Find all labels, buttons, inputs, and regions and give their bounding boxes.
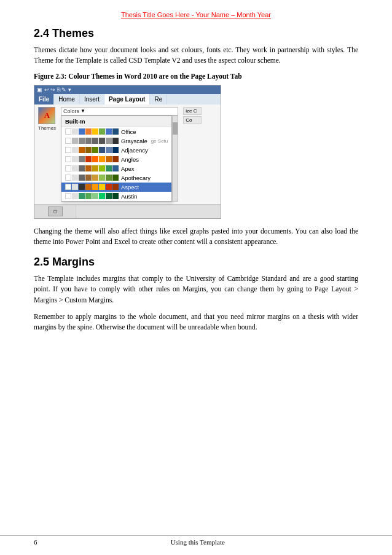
page-footer: 6 Using this Template: [0, 535, 392, 546]
swatch: [72, 138, 78, 144]
swatch: [112, 128, 119, 135]
theme-name: Austin: [121, 193, 137, 200]
swatch: [85, 184, 92, 190]
section-24-para1: Themes dictate how your document looks a…: [34, 45, 358, 66]
colors-dropdown: Built-In: [61, 116, 172, 202]
grayscale-swatches: [65, 138, 119, 144]
theme-name: Apex: [121, 165, 135, 172]
themes-panel: A Themes: [38, 107, 56, 131]
swatch: [112, 138, 119, 144]
ribbon-content: A Themes Colors ▼ Built-In: [34, 104, 221, 205]
swatch: [85, 193, 92, 199]
swatch: [79, 184, 85, 190]
themes-icon: A: [38, 107, 55, 124]
themes-icon-letter: A: [44, 111, 50, 120]
swatch: [112, 147, 119, 153]
size-btn[interactable]: ize C: [183, 107, 202, 115]
footer-center-text: Using this Template: [37, 538, 359, 546]
section-25-para2: Remember to apply margins to the whole d…: [34, 312, 358, 333]
swatch: [106, 128, 112, 135]
swatch: [72, 175, 78, 181]
swatch: [72, 193, 78, 199]
aspect-swatches: [65, 184, 119, 190]
word-title-text: ▣ ↩ ↪ ⎘ ✎ ▾: [37, 87, 71, 93]
swatch: [112, 175, 119, 181]
themes-label: Themes: [38, 125, 56, 131]
tab-page-layout[interactable]: Page Layout: [104, 94, 150, 104]
theme-office[interactable]: Office: [61, 127, 171, 136]
swatch: [112, 156, 119, 162]
swatch: [99, 184, 105, 190]
swatch: [99, 128, 105, 135]
figure-word-ui: ▣ ↩ ↪ ⎘ ✎ ▾ File Home Insert Page Layout…: [34, 85, 358, 219]
theme-angles[interactable]: Angles: [61, 155, 171, 164]
swatch: [65, 138, 71, 144]
ribbon-tabs-bar: File Home Insert Page Layout Re: [34, 94, 221, 104]
theme-aspect[interactable]: Aspect: [61, 183, 171, 192]
section-24-heading: 2.4 Themes: [34, 27, 358, 40]
swatch: [65, 175, 71, 181]
angles-swatches: [65, 156, 119, 162]
swatch: [106, 156, 112, 162]
colors-button[interactable]: Colors ▼: [61, 107, 178, 116]
header-title-text: Thesis Title Goes Here - Your Name – Mon…: [121, 11, 271, 18]
theme-name: Office: [121, 128, 136, 135]
swatch: [92, 147, 98, 153]
side-panel: ◻: [34, 205, 76, 218]
swatch: [112, 165, 119, 171]
swatch: [72, 147, 78, 153]
word-mockup: ▣ ↩ ↪ ⎘ ✎ ▾ File Home Insert Page Layout…: [34, 85, 221, 219]
ruler-area: [76, 205, 221, 218]
theme-name: Apothecary: [121, 175, 151, 181]
tab-re[interactable]: Re: [150, 94, 167, 104]
swatch: [106, 147, 112, 153]
swatch: [85, 128, 92, 135]
side-btn[interactable]: ◻: [48, 207, 63, 216]
swatch: [85, 175, 92, 181]
header-title: Thesis Title Goes Here - Your Name – Mon…: [34, 11, 358, 18]
swatch: [92, 156, 98, 162]
swatch: [112, 184, 119, 190]
colors-group: Colors ▼ Built-In: [61, 107, 178, 202]
theme-apothecary[interactable]: Apothecary: [61, 173, 171, 183]
swatch: [65, 147, 71, 153]
swatch: [79, 165, 85, 171]
swatch: [99, 138, 105, 144]
swatch: [92, 128, 98, 135]
swatch: [106, 138, 112, 144]
swatch: [99, 165, 105, 171]
section-24-para2: Changing the theme will also affect thin…: [34, 226, 358, 248]
swatch: [85, 156, 92, 162]
swatch: [85, 138, 92, 144]
swatch: [79, 175, 85, 181]
section-25-para1: The Template includes margins that compl…: [34, 274, 358, 305]
swatch: [65, 165, 71, 171]
colors-dropdown-panel: Built-In: [61, 116, 172, 202]
adjacency-swatches: [65, 147, 119, 153]
swatch: [92, 138, 98, 144]
theme-adjacency[interactable]: Adjacency: [61, 146, 171, 155]
swatch: [79, 128, 85, 135]
swatch: [79, 193, 85, 199]
swatch: [85, 165, 92, 171]
theme-austin[interactable]: Austin: [61, 192, 171, 201]
dropdown-header: Built-In: [61, 116, 171, 127]
figure-caption: Figure 2.3: Colour Themes in Word 2010 a…: [34, 73, 358, 80]
dropdown-scrollbar[interactable]: [172, 116, 178, 202]
size-section: ize C Co: [183, 107, 202, 124]
swatch: [99, 147, 105, 153]
swatch: [72, 165, 78, 171]
theme-grayscale[interactable]: Grayscale ge Setu: [61, 136, 171, 146]
page-setup-label: ge Setu: [151, 138, 168, 144]
apex-swatches: [65, 165, 119, 171]
swatch: [65, 184, 71, 190]
tab-insert[interactable]: Insert: [80, 94, 104, 104]
theme-apex[interactable]: Apex: [61, 164, 171, 173]
swatch: [92, 175, 98, 181]
tab-file[interactable]: File: [34, 94, 54, 104]
tab-home[interactable]: Home: [54, 94, 80, 104]
theme-name: Adjacency: [121, 147, 148, 154]
office-swatches: [65, 128, 119, 135]
col-btn[interactable]: Co: [183, 116, 202, 124]
swatch: [65, 128, 71, 135]
